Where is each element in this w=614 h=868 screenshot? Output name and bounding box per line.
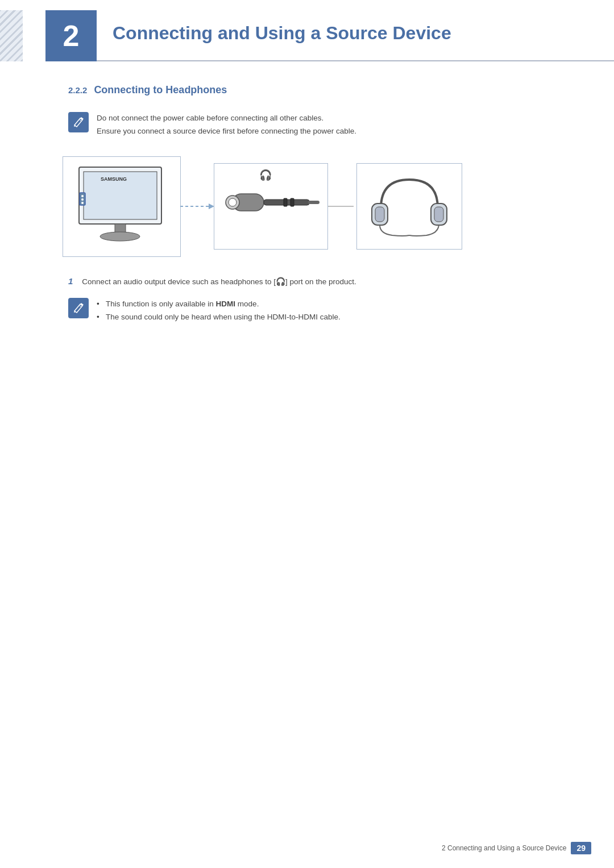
svg-point-7 <box>81 195 84 197</box>
note-icon-1 <box>68 112 89 132</box>
svg-line-25 <box>79 305 81 307</box>
monitor-diagram: SAMSUNG <box>63 156 181 257</box>
svg-point-8 <box>81 198 84 201</box>
note-pencil-icon-2 <box>72 302 85 314</box>
note-list: This function is only available in HDMI … <box>97 298 341 324</box>
svg-text:SAMSUNG: SAMSUNG <box>101 176 127 182</box>
section-title: Connecting to Headphones <box>94 84 227 96</box>
diagram-area: SAMSUNG 🎧 <box>63 156 569 257</box>
note-box-1: Do not connect the power cable before co… <box>68 112 569 138</box>
section-heading: 2.2.2 Connecting to Headphones <box>68 84 569 96</box>
note-icon-2 <box>68 298 89 318</box>
header-title-area: Connecting and Using a Source Device <box>97 10 614 61</box>
monitor-svg: SAMSUNG <box>68 161 176 250</box>
svg-rect-22 <box>375 207 384 222</box>
page-footer: 2 Connecting and Using a Source Device 2… <box>442 842 591 854</box>
section-number: 2.2.2 <box>68 85 87 95</box>
dashed-arrow-2 <box>328 198 356 215</box>
svg-rect-24 <box>434 207 443 222</box>
plug-diagram: 🎧 <box>214 163 328 250</box>
connector-line-1 <box>180 198 214 215</box>
page-header: 2 Connecting and Using a Source Device <box>0 0 614 61</box>
svg-point-5 <box>100 232 140 241</box>
footer-text: 2 Connecting and Using a Source Device <box>442 844 566 852</box>
step-1-row: 1 Connect an audio output device such as… <box>68 275 569 288</box>
svg-rect-15 <box>284 198 287 206</box>
step-1-text: Connect an audio output device such as h… <box>82 275 356 288</box>
note-pencil-icon <box>72 116 85 128</box>
step-number-1: 1 <box>68 276 73 286</box>
plug-svg: 🎧 <box>221 168 321 242</box>
hdmi-bold: HDMI <box>216 300 236 308</box>
svg-rect-17 <box>308 201 320 204</box>
note-list-item-2: The sound could only be heard when using… <box>97 311 341 324</box>
note-box-2: This function is only available in HDMI … <box>68 298 569 324</box>
svg-line-0 <box>79 119 81 121</box>
svg-point-9 <box>81 202 84 204</box>
headphones-svg <box>364 168 455 242</box>
main-content: 2.2.2 Connecting to Headphones Do not co… <box>0 61 614 347</box>
svg-text:🎧: 🎧 <box>259 169 272 181</box>
note-list-item-1: This function is only available in HDMI … <box>97 298 341 311</box>
dashed-arrow-1 <box>180 198 214 215</box>
svg-point-19 <box>229 198 237 206</box>
chapter-number: 2 <box>45 10 97 61</box>
stripe-decoration <box>0 10 23 61</box>
connector-line-2 <box>328 198 356 215</box>
page-number: 29 <box>571 842 591 854</box>
note-text-1: Do not connect the power cable before co… <box>97 112 356 138</box>
svg-rect-16 <box>291 198 294 206</box>
headphones-diagram <box>356 163 462 250</box>
port-symbol: 🎧 <box>276 277 285 286</box>
page-title: Connecting and Using a Source Device <box>113 23 451 44</box>
